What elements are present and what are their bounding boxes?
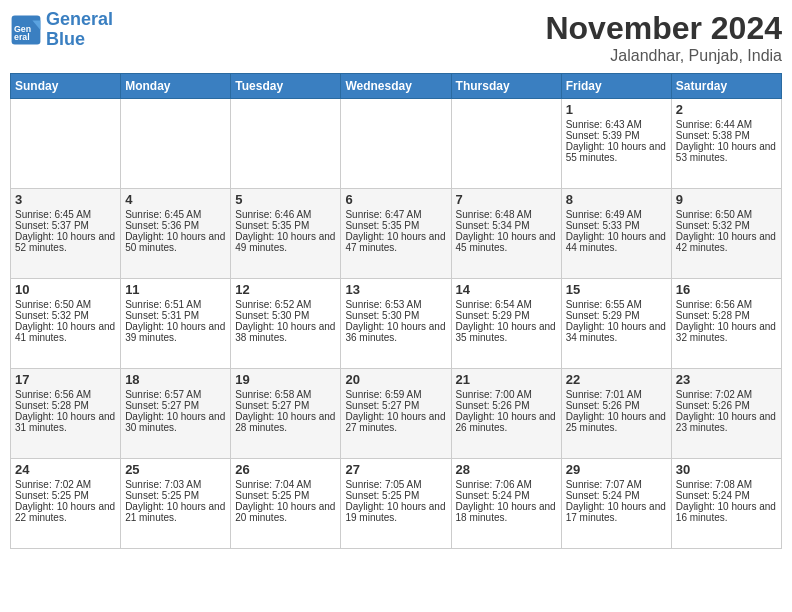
day-info-line: Daylight: 10 hours and 31 minutes. [15, 411, 116, 433]
day-number: 28 [456, 462, 557, 477]
calendar-day-cell: 15Sunrise: 6:55 AMSunset: 5:29 PMDayligh… [561, 279, 671, 369]
day-info-line: Daylight: 10 hours and 26 minutes. [456, 411, 557, 433]
day-info-line: Sunset: 5:30 PM [345, 310, 446, 321]
day-info-line: Daylight: 10 hours and 32 minutes. [676, 321, 777, 343]
calendar-day-cell: 1Sunrise: 6:43 AMSunset: 5:39 PMDaylight… [561, 99, 671, 189]
day-info-line: Sunrise: 6:59 AM [345, 389, 446, 400]
day-info-line: Daylight: 10 hours and 50 minutes. [125, 231, 226, 253]
day-info-line: Sunrise: 7:07 AM [566, 479, 667, 490]
day-info-line: Sunrise: 6:46 AM [235, 209, 336, 220]
calendar-day-cell: 3Sunrise: 6:45 AMSunset: 5:37 PMDaylight… [11, 189, 121, 279]
calendar-day-cell [121, 99, 231, 189]
calendar-day-cell: 5Sunrise: 6:46 AMSunset: 5:35 PMDaylight… [231, 189, 341, 279]
day-number: 18 [125, 372, 226, 387]
day-info-line: Daylight: 10 hours and 34 minutes. [566, 321, 667, 343]
calendar-day-cell: 4Sunrise: 6:45 AMSunset: 5:36 PMDaylight… [121, 189, 231, 279]
day-number: 2 [676, 102, 777, 117]
calendar-day-cell: 30Sunrise: 7:08 AMSunset: 5:24 PMDayligh… [671, 459, 781, 549]
day-number: 20 [345, 372, 446, 387]
calendar-day-cell [11, 99, 121, 189]
day-info-line: Daylight: 10 hours and 47 minutes. [345, 231, 446, 253]
day-info-line: Daylight: 10 hours and 21 minutes. [125, 501, 226, 523]
day-info-line: Sunrise: 6:43 AM [566, 119, 667, 130]
calendar-day-cell [231, 99, 341, 189]
weekday-header: Sunday [11, 74, 121, 99]
calendar-day-cell: 9Sunrise: 6:50 AMSunset: 5:32 PMDaylight… [671, 189, 781, 279]
day-info-line: Sunset: 5:30 PM [235, 310, 336, 321]
day-info-line: Sunrise: 6:54 AM [456, 299, 557, 310]
day-info-line: Daylight: 10 hours and 36 minutes. [345, 321, 446, 343]
calendar-day-cell [341, 99, 451, 189]
day-number: 5 [235, 192, 336, 207]
day-number: 29 [566, 462, 667, 477]
calendar-day-cell: 11Sunrise: 6:51 AMSunset: 5:31 PMDayligh… [121, 279, 231, 369]
day-number: 4 [125, 192, 226, 207]
calendar-day-cell: 10Sunrise: 6:50 AMSunset: 5:32 PMDayligh… [11, 279, 121, 369]
day-number: 8 [566, 192, 667, 207]
calendar-day-cell: 26Sunrise: 7:04 AMSunset: 5:25 PMDayligh… [231, 459, 341, 549]
location: Jalandhar, Punjab, India [545, 47, 782, 65]
day-info-line: Daylight: 10 hours and 22 minutes. [15, 501, 116, 523]
day-info-line: Sunset: 5:27 PM [345, 400, 446, 411]
day-info-line: Sunset: 5:27 PM [125, 400, 226, 411]
day-info-line: Daylight: 10 hours and 45 minutes. [456, 231, 557, 253]
day-info-line: Daylight: 10 hours and 52 minutes. [15, 231, 116, 253]
day-info-line: Sunrise: 6:50 AM [15, 299, 116, 310]
day-info-line: Sunset: 5:32 PM [15, 310, 116, 321]
day-info-line: Sunset: 5:33 PM [566, 220, 667, 231]
day-info-line: Daylight: 10 hours and 20 minutes. [235, 501, 336, 523]
day-info-line: Sunset: 5:24 PM [676, 490, 777, 501]
day-info-line: Sunset: 5:39 PM [566, 130, 667, 141]
day-info-line: Sunset: 5:31 PM [125, 310, 226, 321]
day-info-line: Sunrise: 6:56 AM [676, 299, 777, 310]
day-info-line: Sunrise: 6:55 AM [566, 299, 667, 310]
day-number: 19 [235, 372, 336, 387]
day-info-line: Sunrise: 6:48 AM [456, 209, 557, 220]
day-info-line: Sunset: 5:38 PM [676, 130, 777, 141]
day-number: 24 [15, 462, 116, 477]
day-info-line: Sunrise: 7:02 AM [15, 479, 116, 490]
day-number: 13 [345, 282, 446, 297]
svg-text:eral: eral [14, 32, 30, 42]
day-number: 11 [125, 282, 226, 297]
calendar-day-cell: 23Sunrise: 7:02 AMSunset: 5:26 PMDayligh… [671, 369, 781, 459]
day-info-line: Sunrise: 6:47 AM [345, 209, 446, 220]
day-info-line: Sunrise: 6:56 AM [15, 389, 116, 400]
day-info-line: Daylight: 10 hours and 30 minutes. [125, 411, 226, 433]
day-info-line: Daylight: 10 hours and 16 minutes. [676, 501, 777, 523]
day-info-line: Sunset: 5:32 PM [676, 220, 777, 231]
day-info-line: Daylight: 10 hours and 19 minutes. [345, 501, 446, 523]
day-info-line: Daylight: 10 hours and 38 minutes. [235, 321, 336, 343]
calendar-day-cell: 19Sunrise: 6:58 AMSunset: 5:27 PMDayligh… [231, 369, 341, 459]
day-info-line: Sunrise: 6:50 AM [676, 209, 777, 220]
day-info-line: Daylight: 10 hours and 25 minutes. [566, 411, 667, 433]
weekday-header: Friday [561, 74, 671, 99]
day-info-line: Sunset: 5:26 PM [676, 400, 777, 411]
calendar-header: SundayMondayTuesdayWednesdayThursdayFrid… [11, 74, 782, 99]
day-info-line: Sunset: 5:26 PM [566, 400, 667, 411]
day-info-line: Sunrise: 6:52 AM [235, 299, 336, 310]
day-info-line: Sunrise: 6:45 AM [15, 209, 116, 220]
day-info-line: Sunrise: 7:05 AM [345, 479, 446, 490]
day-number: 16 [676, 282, 777, 297]
day-number: 1 [566, 102, 667, 117]
calendar-day-cell: 17Sunrise: 6:56 AMSunset: 5:28 PMDayligh… [11, 369, 121, 459]
weekday-header: Saturday [671, 74, 781, 99]
calendar-week-row: 10Sunrise: 6:50 AMSunset: 5:32 PMDayligh… [11, 279, 782, 369]
day-info-line: Daylight: 10 hours and 41 minutes. [15, 321, 116, 343]
calendar-day-cell: 20Sunrise: 6:59 AMSunset: 5:27 PMDayligh… [341, 369, 451, 459]
day-info-line: Sunrise: 7:03 AM [125, 479, 226, 490]
calendar-week-row: 1Sunrise: 6:43 AMSunset: 5:39 PMDaylight… [11, 99, 782, 189]
calendar-day-cell: 22Sunrise: 7:01 AMSunset: 5:26 PMDayligh… [561, 369, 671, 459]
day-info-line: Daylight: 10 hours and 27 minutes. [345, 411, 446, 433]
day-number: 9 [676, 192, 777, 207]
calendar-day-cell: 12Sunrise: 6:52 AMSunset: 5:30 PMDayligh… [231, 279, 341, 369]
calendar-day-cell: 29Sunrise: 7:07 AMSunset: 5:24 PMDayligh… [561, 459, 671, 549]
day-info-line: Sunrise: 7:02 AM [676, 389, 777, 400]
day-number: 26 [235, 462, 336, 477]
day-info-line: Sunrise: 6:45 AM [125, 209, 226, 220]
logo-icon: Gen eral [10, 14, 42, 46]
calendar-day-cell: 6Sunrise: 6:47 AMSunset: 5:35 PMDaylight… [341, 189, 451, 279]
day-number: 23 [676, 372, 777, 387]
logo-line2: Blue [46, 29, 85, 49]
